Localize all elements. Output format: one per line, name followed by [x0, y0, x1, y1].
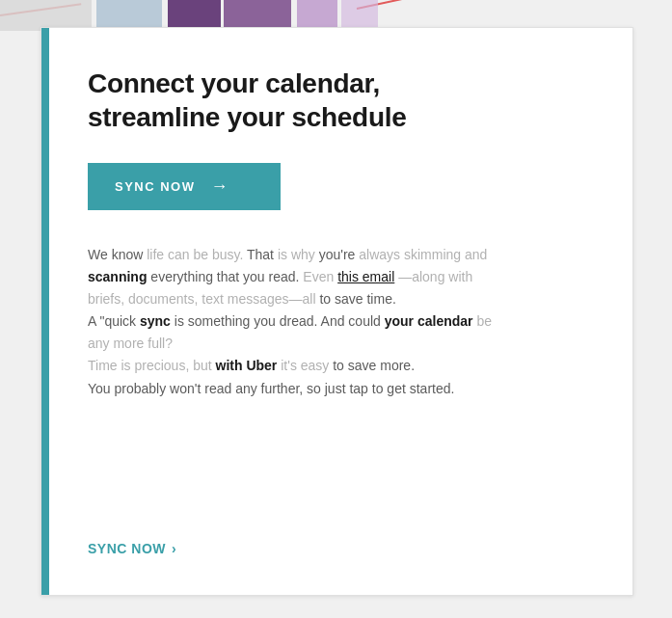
text-faded-4: Even [303, 269, 334, 284]
arrow-icon: → [211, 176, 230, 197]
text-bold-sync: sync [140, 313, 171, 329]
heading-line2: streamline your schedule [88, 102, 406, 132]
body-text: We know life can be busy. That is why yo… [88, 244, 502, 400]
footer-sync-link[interactable]: SYNC NOW › [88, 531, 584, 556]
sync-button-label: SYNC NOW [115, 179, 196, 194]
text-faded-2: is why [278, 247, 315, 262]
chevron-right-icon: › [172, 541, 176, 556]
accent-bar [41, 28, 49, 595]
text-faded-7: Time is precious, but [88, 358, 212, 373]
sync-now-button[interactable]: SYNC NOW → [88, 163, 281, 210]
text-faded-1: life can be busy. [147, 247, 243, 262]
footer-link-label: SYNC NOW [88, 541, 166, 556]
text-bold-scanning: scanning [88, 269, 147, 284]
text-faded-8: it's easy [281, 358, 329, 373]
text-bold-calendar: your calendar [385, 313, 473, 329]
text-with-uber: with Uber [216, 358, 278, 373]
main-heading: Connect your calendar, streamline your s… [88, 67, 584, 134]
text-faded-3: always skimming and [359, 247, 487, 262]
email-container: Connect your calendar, streamline your s… [40, 27, 633, 596]
heading-line1: Connect your calendar, [88, 68, 380, 98]
text-this-email: this email [337, 269, 394, 284]
content-area: Connect your calendar, streamline your s… [49, 28, 632, 595]
